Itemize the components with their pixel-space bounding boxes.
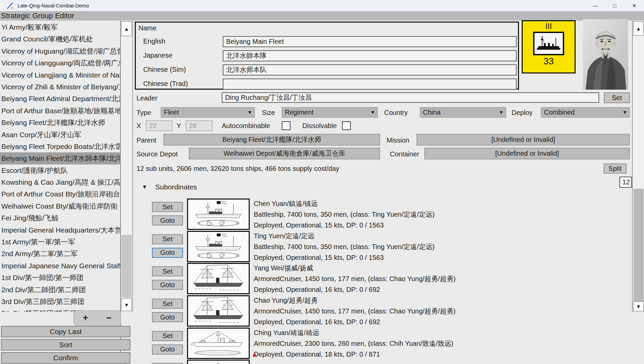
leader-set-button[interactable]: Set [604,92,630,103]
scroll-up-icon[interactable]: ▲ [633,21,644,36]
ship-drawing-icon [188,200,249,229]
subordinate-set-button[interactable]: Set [152,299,183,309]
group-list-item[interactable]: Imperial Japanese Navy General Staff/軍令部 [0,260,120,272]
container-label: Container [390,150,419,158]
parent-button[interactable]: Beiyang Fleet/北洋艦隊/北洋水师 [163,134,380,146]
group-list-item[interactable]: Port of Arthur Coast Bty/旅順沿岸砲台 [0,188,120,200]
close-button[interactable]: ✕ [624,0,644,11]
ship-image [187,263,250,294]
size-dropdown[interactable]: Regiment ▼ [282,107,378,118]
scrollbar-thumb[interactable] [121,235,132,298]
subordinate-goto-button[interactable]: Goto [152,215,183,225]
subordinates-header[interactable]: ▼ Subordinates [142,183,197,191]
chevron-down-icon: ▼ [247,110,252,115]
chevron-down-icon: ▼ [370,110,375,115]
remove-group-button[interactable]: − [106,313,112,323]
group-list-item[interactable]: Beiyang Fleet Torpedo Boats/北洋水雷艇隊 [0,141,120,152]
autocombinable-checkbox[interactable] [282,121,290,130]
group-list-item[interactable]: Grand Council/軍機処/军机处 [0,33,120,45]
subordinate-row: Set Goto Chih Yuan/致遠/致远 [133,359,632,364]
subordinate-name: Chao Yung/超勇/超勇 [254,297,624,304]
group-list-item[interactable]: Viceroy of Huguang/湖広総督/湖广总督 [0,45,120,57]
copy-last-button[interactable]: Copy Last [1,326,130,337]
subordinate-info: Chao Yung/超勇/超勇 ArmoredCruiser, 1450 ton… [254,295,624,327]
ship-image [187,231,250,262]
group-list-item[interactable]: 1st Army/第一軍/第一军 [0,236,120,248]
container-button[interactable]: [Undefined or Invalid] [424,148,630,159]
subordinate-set-button[interactable]: Set [152,202,183,212]
split-button[interactable]: Split [604,163,626,174]
subordinate-set-button[interactable]: Set [152,266,183,276]
name-field-input[interactable] [223,50,517,61]
scroll-down-icon[interactable]: ▼ [633,301,644,311]
counter-strength: 33 [544,56,554,67]
group-list-item[interactable]: Yi Army/毅軍/毅军 [0,21,120,33]
subordinate-goto-button[interactable]: Goto [152,280,183,290]
subordinate-goto-button[interactable]: Goto [152,344,183,355]
group-list-item[interactable]: Asan Corp/牙山軍/牙山军 [0,129,120,141]
group-list-item[interactable]: Viceroy of Liangjiang & Minister of Nany… [0,69,120,81]
subordinate-goto-button[interactable]: Goto [152,312,183,322]
group-list-item[interactable]: Beiyang Fleet Admiral Department/北洋水師提督府 [0,93,120,104]
group-list-scrollbar[interactable]: ▲ ▼ [121,21,133,312]
split-count-field[interactable]: 12 [619,177,632,188]
ship-image [187,295,250,327]
group-list-item[interactable]: Escort/護衛隊/护航队 [0,164,120,176]
subordinate-name: Ting Yuen/定遠/定远 [254,232,624,240]
ship-image [187,328,250,359]
confirm-button[interactable]: Confirm [1,352,130,364]
unit-counter: III 33 [522,20,576,73]
deploy-dropdown[interactable]: Combined ▼ [541,107,630,118]
group-list-item[interactable]: Beiyang Main Fleet/北洋水師本隊/北洋水师本队 [0,152,120,164]
maximize-button[interactable]: □ [605,0,624,11]
ship-drawing-icon [188,296,249,326]
group-list-item[interactable]: 2nd Army/第二軍/第二军 [0,248,120,260]
source-depot-label: Source Depot [136,150,178,158]
subordinate-set-button[interactable]: Set [152,234,183,244]
subordinate-set-button[interactable]: Set [152,331,183,341]
subordinates-list: Set Goto Chen Yuan/鎮遠/镇远 Battleship, 740… [133,198,632,364]
group-list-item[interactable]: Fei Jing/飛鯨/飞鲸 [0,212,120,224]
dissolvable-checkbox[interactable] [342,121,351,130]
group-list-item[interactable]: Port of Arthur Base/旅順基地/旅顺基地 [0,105,120,117]
name-field-input[interactable] [223,79,517,90]
subordinate-row: Set Goto Yang Wei/揚威/扬威 ArmoredCruiser, … [133,263,632,295]
deploy-label: Deploy [512,109,532,117]
group-list-item[interactable]: Viceroy of Liangguang/両広総督/两广总督 [0,57,120,69]
name-field-input[interactable] [223,64,517,75]
subordinate-goto-button[interactable]: Goto [152,248,183,258]
subordinate-row: Set Goto Ching Yuan/靖遠/靖远 ArmoredCruiser… [133,327,632,360]
group-list-item[interactable]: 1st Div/第一師団/第一师团 [0,272,120,283]
leader-field[interactable] [222,92,599,103]
sort-button[interactable]: Sort [1,339,130,351]
subordinate-row: Set Goto Chao Yung/超勇/超勇 ArmoredCruiser,… [133,295,632,327]
name-field-input[interactable] [223,36,517,47]
ship-drawing-icon [188,264,249,293]
type-dropdown[interactable]: Fleet ▼ [161,107,255,118]
type-value: Fleet [164,109,179,116]
type-label: Type [136,109,151,117]
add-group-button[interactable]: + [83,313,88,323]
group-list-item[interactable]: 2nd Div/第二師団/第二师团 [0,284,120,296]
group-list-item[interactable]: 3rd Div/第三師団/第三师团 [0,296,120,307]
collapse-triangle-icon[interactable]: ▼ [142,184,147,190]
source-depot-button[interactable]: Weihaiwei Depot/威海衛倉庫/威海卫仓库 [189,148,380,159]
ship-drawing-icon [188,329,249,358]
scroll-down-icon[interactable]: ▼ [121,298,132,311]
ship-image [187,199,250,230]
minimize-button[interactable]: — [585,0,605,11]
group-list-item[interactable]: Beiyang Fleet/北洋艦隊/北洋水师 [0,117,120,128]
scroll-up-icon[interactable]: ▲ [121,21,132,36]
group-list-item[interactable]: Weihaiwei Coast Bty/威海衛沿岸防衛 [0,200,120,212]
group-list-item[interactable]: Viceroy of Zhili & Minister of Beiyang/直… [0,81,120,93]
main-scrollbar[interactable]: ▲ ▼ [632,21,644,312]
name-field-label: Chinese (Sim) [143,66,186,73]
scrollbar-thumb[interactable] [634,189,644,301]
group-list-item[interactable]: Kowshing & Cao Jiang/高陞 & 操江/高升 & 操江 [0,176,120,188]
group-list-item[interactable]: Imperial General Headquarters/大本営/大本营 [0,224,120,236]
subordinate-name: Chen Yuan/鎮遠/镇远 [254,200,624,207]
leader-label: Leader [136,94,157,102]
country-dropdown[interactable]: China ▼ [420,107,506,118]
autocombinable-label: Autocombinable [222,122,270,130]
mission-button[interactable]: [Undefined or Invalid] [417,134,630,146]
